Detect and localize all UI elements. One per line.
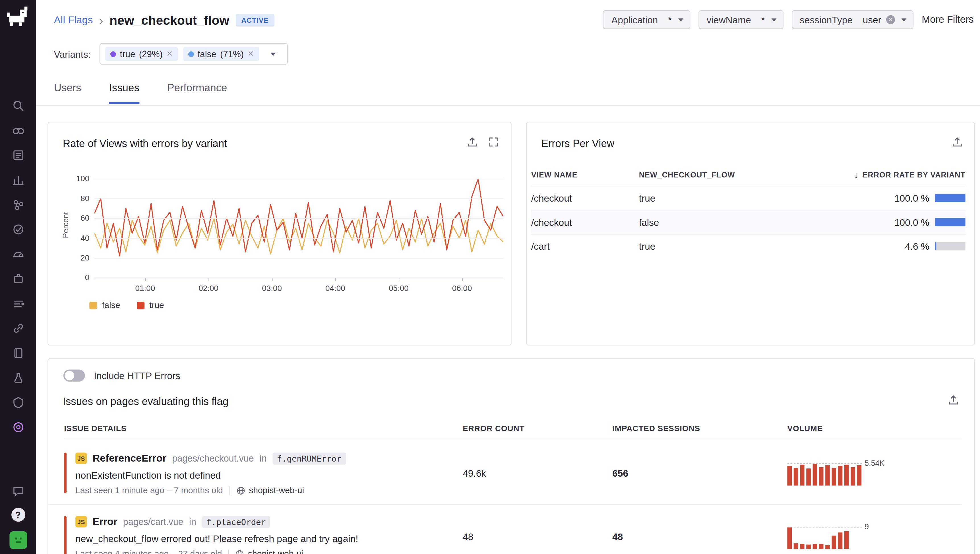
chat-icon[interactable] [11,484,25,498]
toggle-knob [65,371,74,380]
feature-flags-icon[interactable] [11,420,25,434]
col-error-rate[interactable]: ↓ ERROR RATE BY VARIANT [854,170,966,180]
errors-per-view-table: VIEW NAME NEW_CHECKOUT_FLOW ↓ ERROR RATE… [531,164,966,258]
include-http-errors-toggle[interactable] [64,370,85,382]
variants-row: Variants: true (29%) ✕ false (71%) ✕ [54,43,288,65]
col-view-name[interactable]: VIEW NAME [531,170,639,180]
volume-bar [813,544,817,549]
all-flags-link[interactable]: All Flags [54,14,93,26]
clear-filter-icon[interactable]: ✕ [886,15,895,24]
y-tick-label: 60 [68,214,89,223]
pipelines-icon[interactable] [11,297,25,310]
tab-issues[interactable]: Issues [109,82,139,104]
integrations-icon[interactable] [11,272,25,286]
remove-variant-icon[interactable]: ✕ [166,49,173,58]
application-filter[interactable]: Application * [603,10,690,29]
table-row[interactable]: /cart true 4.6 % [531,234,966,258]
expand-icon[interactable] [488,136,500,150]
errors-per-view-title: Errors Per View [541,138,614,150]
synthetics-icon[interactable] [11,222,25,236]
variant-dot [188,51,194,57]
meta-divider [228,549,229,554]
legend-label: true [149,301,164,310]
volume-bar [838,532,843,549]
viewname-filter[interactable]: viewName * [698,10,783,29]
metrics-icon[interactable] [11,173,25,187]
variant-percent: (29%) [139,49,163,59]
volume-bar [825,465,830,486]
viewname-filter-label: viewName [699,14,751,25]
tab-performance[interactable]: Performance [167,82,227,104]
apm-icon[interactable] [11,197,25,212]
breadcrumb-separator: › [99,14,103,26]
volume-bar [832,468,836,486]
issue-meta: Last seen 4 minutes ago – 27 days old sh… [75,549,463,554]
volume-bar [819,467,824,486]
issue-details: JS Error pages/cart.vue in f.placeOrder … [64,514,463,554]
globe-icon [236,486,245,495]
rate-chart-plot: Percent 02040608010001:0002:0003:0004:00… [94,179,503,279]
rate-bar [935,194,966,202]
view-name-cell: /cart [531,241,639,252]
rate-bar [935,242,966,250]
chevron-down-icon[interactable] [270,53,275,56]
search-icon[interactable] [11,99,25,113]
legend-false[interactable]: false [89,301,120,310]
help-icon[interactable]: ? [11,508,25,522]
export-icon[interactable] [951,136,963,150]
volume-cell: 9 [787,524,961,549]
service-link[interactable]: shopist-web-ui [235,549,303,554]
chevron-down-icon[interactable] [678,18,683,21]
error-file-path: pages/cart.vue [123,517,183,527]
rate-bar [935,218,966,226]
export-icon[interactable] [948,394,959,408]
issue-row[interactable]: JS ReferenceError pages/checkout.vue in … [48,441,961,505]
error-file-path: pages/checkout.vue [172,453,254,463]
table-header: VIEW NAME NEW_CHECKOUT_FLOW ↓ ERROR RATE… [531,164,966,186]
legend-swatch [89,301,97,309]
security-icon[interactable] [11,396,25,409]
volume-max-label: 9 [865,522,869,531]
issue-row[interactable]: JS Error pages/cart.vue in f.placeOrder … [48,505,961,554]
error-type[interactable]: Error [92,516,117,527]
error-type[interactable]: ReferenceError [92,453,166,464]
chevron-down-icon[interactable] [771,18,776,21]
more-filters-button[interactable]: More Filters [922,14,974,25]
variants-select[interactable]: true (29%) ✕ false (71%) ✕ [100,43,288,65]
col-flag-variant[interactable]: NEW_CHECKOUT_FLOW [639,170,775,180]
status-badge: ACTIVE [235,14,274,27]
tab-bar: Users Issues Performance [54,82,227,104]
impacted-sessions-cell: 656 [612,468,787,478]
datadog-logo-icon[interactable] [6,5,30,29]
table-row[interactable]: /checkout true 100.0 % [531,186,966,210]
variant-pill-true[interactable]: true (29%) ✕ [105,47,178,61]
meta-divider [229,486,230,495]
sessiontype-filter[interactable]: sessionType user ✕ [791,10,913,29]
in-label: in [259,453,267,463]
link-icon[interactable] [11,322,25,335]
export-icon[interactable] [467,136,478,150]
notebooks-icon[interactable] [11,346,25,360]
error-tracking-icon[interactable] [11,371,25,385]
variant-cell: true [639,241,775,252]
events-icon[interactable] [11,148,25,162]
col-impacted-sessions: IMPACTED SESSIONS [612,424,787,433]
volume-bar [787,527,792,549]
service-link[interactable]: shopist-web-ui [236,486,304,495]
table-row[interactable]: /checkout false 100.0 % [531,210,966,234]
remove-variant-icon[interactable]: ✕ [248,49,254,58]
error-function: f.placeOrder [202,516,270,527]
watchdog-icon[interactable] [11,124,25,138]
filter-bar: Application * viewName * sessionType use… [603,10,974,29]
user-avatar[interactable] [9,531,27,549]
monitors-icon[interactable] [11,247,25,261]
error-severity-bar [64,516,67,554]
variant-pill-false[interactable]: false (71%) ✕ [183,47,259,61]
impacted-sessions-cell: 48 [612,531,787,542]
volume-bar [800,544,805,549]
tab-users[interactable]: Users [54,82,81,104]
error-rate-cell: 100.0 % [894,193,966,204]
legend-true[interactable]: true [137,301,164,310]
rate-chart-title: Rate of Views with errors by variant [63,138,227,150]
chevron-down-icon[interactable] [902,18,907,21]
